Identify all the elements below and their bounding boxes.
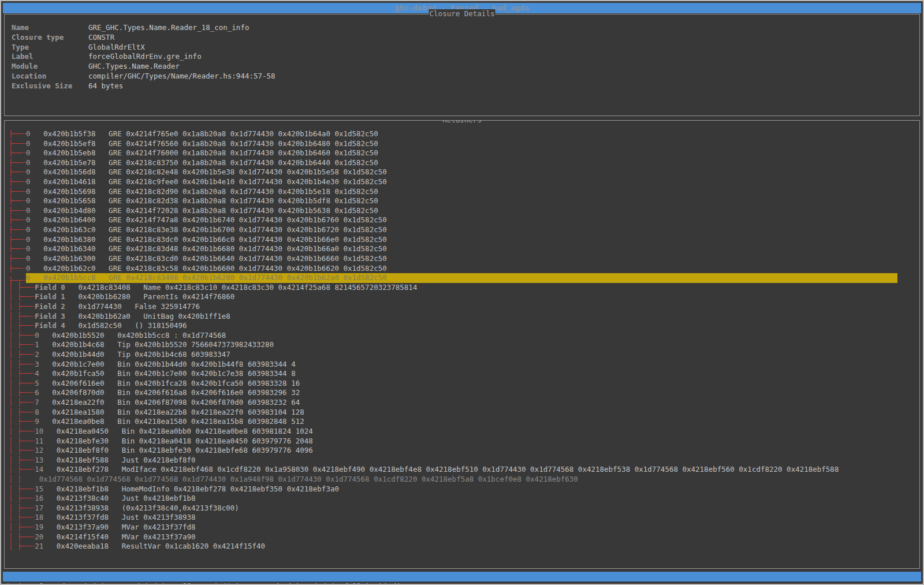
row-index: 3	[35, 360, 39, 368]
tree-row[interactable]: ├──┄0 0x420b1b5ef8 GRE 0x4214f76560 0x1a…	[9, 139, 918, 149]
tree-row[interactable]: │ ├──┄6 0x4206f870d0 Bin 0x4206f616a8 0x…	[9, 388, 918, 398]
row-closure-text: 0x4218ebf8f0 Bin 0x4218ebfe30 0x4218ebfe…	[43, 446, 313, 454]
row-field-label: Field 3	[35, 312, 65, 321]
tree-row[interactable]: ├──┄0 0x420b1b6340 GRE 0x4218c83d48 0x42…	[9, 244, 918, 254]
tree-row[interactable]: │ ├──┄5 0x4206f616e0 Bin 0x420b1fca28 0x…	[9, 379, 918, 389]
field-label: Label	[12, 52, 88, 62]
tree-row[interactable]: │ ├──┄7 0x4218ea22f0 Bin 0x4206f87098 0x…	[9, 398, 918, 408]
tree-branch-icon: ├──┄	[9, 139, 26, 148]
tree-branch-icon: ├──┄	[9, 244, 26, 253]
tree-row[interactable]: │ ├──┄3 0x420b1c7e00 Bin 0x420b1b44d0 0x…	[9, 360, 918, 370]
tree-row[interactable]: │ ├──┄11 0x4218ebfe30 Bin 0x4218ea0418 0…	[9, 437, 918, 446]
row-field-label: Field 0	[35, 283, 65, 292]
row-closure-text: 0x1d774430 False 325914776	[65, 302, 200, 311]
row-closure-text: 0x1d582c50 () 318150496	[65, 321, 187, 330]
tree-row[interactable]: │ ├──┄15 0x4218ebf1b8 HomeModInfo 0x4218…	[9, 485, 918, 494]
tree-branch-icon: │ ├──┄	[9, 340, 35, 349]
row-index: 0	[35, 331, 39, 340]
row-index: 0	[26, 139, 31, 148]
tree-row[interactable]: │ ├──┄14 0x4218ebf278 ModIface 0x4218ebf…	[9, 465, 918, 475]
tree-row[interactable]: │ ├──┄10 0x4218ea0450 Bin 0x4218ea0bb0 0…	[9, 427, 918, 437]
row-closure-text: 0x420b1b6280 ParentIs 0x4214f76860	[65, 292, 235, 301]
field-label: Exclusive Size	[12, 81, 88, 91]
tree-row[interactable]: ├──┄0 0x420b1b6400 GRE 0x4214f747a8 0x42…	[9, 215, 918, 225]
row-body: 3 0x420b1c7e00 Bin 0x420b1b44d0 0x420b1b…	[35, 360, 296, 368]
field-value: GlobalRdrEltX	[88, 43, 145, 53]
tree-row[interactable]: │ ├──┄Field 2 0x1d774430 False 325914776	[9, 302, 918, 312]
row-index: 10	[35, 427, 43, 435]
row-index: 19	[35, 523, 43, 531]
row-index: 0	[26, 177, 31, 186]
row-index: 0	[26, 206, 31, 215]
tree-row[interactable]: ├──┄0 0x420b1b6300 GRE 0x4218c83cd0 0x42…	[9, 254, 918, 264]
tree-row[interactable]: ├──┄0 0x420b1b56d8 GRE 0x4218c82e48 0x42…	[9, 167, 918, 177]
tree-branch-icon: ├──┄	[9, 177, 26, 186]
row-index: 15	[35, 485, 43, 493]
tree-row[interactable]: │ ├──┄17 0x4213f38938 (0x4213f38c40,0x42…	[9, 504, 918, 513]
row-body: 4 0x420b1fca50 Bin 0x420b1c7e00 0x420b1c…	[35, 369, 296, 378]
tree-row[interactable]: │ ├──┄12 0x4218ebf8f0 Bin 0x4218ebfe30 0…	[9, 446, 918, 456]
row-closure-text: 0x420b1b4618 GRE 0x4218c9fee0 0x420b1b4e…	[31, 177, 387, 186]
tree-row[interactable]: ├──┄0 0x420b1b5eb8 GRE 0x4214f76000 0x1a…	[9, 148, 918, 158]
closure-details-panel-title: Closure Details	[429, 9, 495, 18]
tree-row[interactable]: ├──┄0 0x420b1b63c0 GRE 0x4218c83e38 0x42…	[9, 225, 918, 235]
tree-row[interactable]: │ ├──┄16 0x4213f38c40 Just 0x4218ebf1b8	[9, 494, 918, 504]
ghc-debug-window: { "window": { "title": "ghc-debug - Paus…	[0, 0, 924, 585]
tree-branch-icon: ├──┄	[9, 129, 26, 138]
tree-row[interactable]: ├──┄0 0x420b1b4d80 GRE 0x4214f72028 0x1a…	[9, 206, 918, 216]
tree-branch-icon: │ ├──┄	[9, 446, 35, 454]
row-body: 0 0x420b1b5eb8 GRE 0x4214f76000 0x1a8b20…	[26, 148, 378, 157]
tree-row[interactable]: │ ├──┄2 0x420b1b44d0 Tip 0x420b1b4c68 60…	[9, 350, 918, 360]
row-closure-text: 0x420b1c7e00 Bin 0x420b1b44d0 0x420b1b44…	[39, 360, 296, 368]
tree-row[interactable]: │ ├──┄Field 3 0x420b1b62a0 UnitBag 0x420…	[9, 312, 918, 322]
tree-row[interactable]: │ ├──┄Field 4 0x1d582c50 () 318150496	[9, 321, 918, 331]
field-value: CONSTR	[88, 33, 114, 43]
row-closure-text: 0x420b1b62a0 UnitBag 0x420b1ff1e8	[65, 312, 230, 321]
tree-row[interactable]: │ ├──┄8 0x4218ea1580 Bin 0x4218ea22b8 0x…	[9, 408, 918, 418]
row-body: 0 0x420b1b5698 GRE 0x4218c82d90 0x1a8b20…	[26, 187, 378, 196]
tree-branch-icon: │ ├──┄	[9, 302, 35, 311]
closure-field-row: TypeGlobalRdrEltX	[12, 43, 915, 53]
keybinding-hints: (↑↓): select item | (→): expand | (←): c…	[5, 582, 413, 585]
row-index: 11	[35, 437, 43, 445]
tree-branch-icon: │ ├──┄	[9, 292, 35, 301]
tree-row[interactable]: ├──┄0 0x420b1b6380 GRE 0x4218c83dc0 0x42…	[9, 235, 918, 245]
tree-row[interactable]: ├──┄0 0x420b1b5698 GRE 0x4218c82d90 0x1a…	[9, 187, 918, 197]
row-body: 9 0x4218ea0be8 Bin 0x4218ea1580 0x4218ea…	[35, 417, 304, 426]
row-body: 11 0x4218ebfe30 Bin 0x4218ea0418 0x4218e…	[35, 437, 313, 445]
tree-row[interactable]: │ ├──┄19 0x4213f37a90 MVar 0x4213f37fd8	[9, 523, 918, 532]
tree-row[interactable]: │ ├──┄21 0x420eeaba18 ResultVar 0x1cab16…	[9, 542, 918, 552]
tree-row[interactable]: ├──┄0 0x420b1b4618 GRE 0x4218c9fee0 0x42…	[9, 177, 918, 187]
tree-branch-icon: ├──┄	[9, 235, 26, 244]
closure-details-fields: NameGRE_GHC.Types.Name.Reader_18_con_inf…	[12, 23, 915, 91]
tree-row[interactable]: │ ├──┄1 0x420b1b4c68 Tip 0x420b1b5520 75…	[9, 340, 918, 350]
tree-row[interactable]: │ ├──┄9 0x4218ea0be8 Bin 0x4218ea1580 0x…	[9, 417, 918, 427]
tree-row-selected[interactable]: ├─┬┄0 0x420b1b5cc8 GRE 0x4218c83408 0x42…	[9, 273, 918, 283]
tree-row[interactable]: │ ├──┄0 0x420b1b5520 0x420b1b5cc8 : 0x1d…	[9, 331, 918, 341]
row-closure-text: 0x4218ebf1b8 HomeModInfo 0x4218ebf278 0x…	[43, 485, 339, 493]
row-closure-text: 0x420b1b5ef8 GRE 0x4214f76560 0x1a8b20a8…	[31, 139, 378, 148]
row-closure-text: 0x420b1b5f38 GRE 0x4214f765e0 0x1a8b20a8…	[31, 129, 378, 138]
tree-branch-icon: │ ├──┄	[9, 331, 35, 340]
tree-row[interactable]: ├──┄0 0x420b1b5e78 GRE 0x4218c83750 0x1a…	[9, 158, 918, 168]
tree-row[interactable]: ├──┄0 0x420b1b5658 GRE 0x4218c82d38 0x1a…	[9, 196, 918, 206]
row-body: Field 2 0x1d774430 False 325914776	[35, 302, 200, 311]
tree-row[interactable]: │ ├──┄4 0x420b1fca50 Bin 0x420b1c7e00 0x…	[9, 369, 918, 379]
tree-row[interactable]: ├──┄0 0x420b1b5f38 GRE 0x4214f765e0 0x1a…	[9, 129, 918, 139]
tree-row[interactable]: ├──┄0 0x420b1b62c0 GRE 0x4218c83c58 0x42…	[9, 264, 918, 274]
row-closure-text: 0x420b1b6400 GRE 0x4214f747a8 0x420b1b67…	[31, 215, 387, 224]
tree-row[interactable]: │ ├──┄18 0x4213f37fd8 Just 0x4213f38938	[9, 513, 918, 523]
row-closure-text: 0x420b1b5658 GRE 0x4218c82d38 0x1a8b20a8…	[31, 196, 378, 205]
tree-branch-icon: │ ├──┄	[9, 437, 35, 445]
row-closure-text: 0x420b1b5698 GRE 0x4218c82d90 0x1a8b20a8…	[31, 187, 378, 196]
row-closure-text: 0x420b1b5eb8 GRE 0x4214f76000 0x1a8b20a8…	[31, 148, 378, 157]
tree-branch-icon: ├──┄	[9, 196, 26, 205]
tree-row[interactable]: │ ├──┄Field 1 0x420b1b6280 ParentIs 0x42…	[9, 292, 918, 302]
row-body: 0 0x420b1b5e78 GRE 0x4218c83750 0x1a8b20…	[26, 158, 378, 167]
tree-row[interactable]: │ ├──┄13 0x4218ebf588 Just 0x4218ebf8f0	[9, 456, 918, 465]
row-field-label: Field 1	[35, 292, 65, 301]
row-body: Field 1 0x420b1b6280 ParentIs 0x4214f768…	[35, 292, 234, 301]
row-closure-text: 0x4218ea0450 Bin 0x4218ea0bb0 0x4218ea0b…	[43, 427, 313, 435]
tree-row[interactable]: │ ├──┄20 0x4214f15f40 MVar 0x4213f37a90	[9, 532, 918, 542]
tree-row[interactable]: │ ├──┄Field 0 0x4218c83408 Name 0x4218c8…	[9, 283, 918, 293]
